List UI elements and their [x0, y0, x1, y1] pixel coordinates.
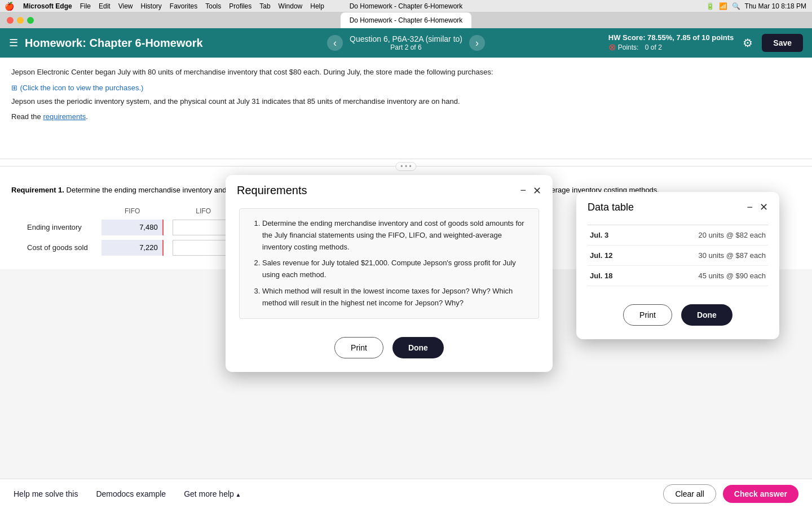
menu-window[interactable]: Window: [279, 2, 303, 10]
points-info: ⊗ Points: 0 of 2: [608, 42, 734, 52]
question-label: Question 6, P6A-32A (similar to): [350, 34, 462, 43]
demodocs-link[interactable]: Demodocs example: [96, 489, 166, 498]
divider-section: • • •: [0, 159, 812, 173]
data-table-controls: − ✕: [747, 201, 768, 213]
homework-label: Homework:: [25, 37, 86, 49]
help-me-solve-link[interactable]: Help me solve this: [14, 489, 78, 498]
menu-items: Microsoft Edge File Edit View History Fa…: [23, 2, 324, 10]
clear-all-button[interactable]: Clear all: [663, 484, 716, 503]
data-table-close-button[interactable]: ✕: [760, 201, 768, 213]
hamburger-menu[interactable]: ☰: [9, 37, 18, 49]
inventory-table: FIFO LIFO Ending inventory Cost of goods…: [23, 205, 239, 258]
modal-minimize-button[interactable]: −: [520, 185, 526, 196]
close-button[interactable]: [7, 17, 14, 24]
menu-favorites[interactable]: Favorites: [170, 2, 197, 10]
battery-icon: 🔋: [706, 2, 714, 10]
table-row: Cost of goods sold: [23, 238, 239, 258]
bottom-right-actions: Clear all Check answer: [663, 484, 798, 503]
menu-edit[interactable]: Edit: [99, 2, 111, 10]
req-item-2: Sales revenue for July totaled $21,000. …: [262, 257, 527, 281]
ending-fifo-cell: [97, 217, 168, 238]
maximize-button[interactable]: [27, 17, 34, 24]
browser-titlebar: Do Homework - Chapter 6-Homework: [0, 12, 812, 28]
main-content: Jepson Electronic Center began July with…: [0, 58, 812, 159]
menu-history[interactable]: History: [141, 2, 162, 10]
data-table-done-button[interactable]: Done: [681, 304, 732, 326]
modal-close-button[interactable]: ✕: [533, 185, 541, 197]
col-fifo: FIFO: [97, 205, 168, 217]
search-icon[interactable]: 🔍: [732, 2, 740, 10]
requirements-modal: Requirements − ✕ Determine the ending me…: [226, 175, 553, 372]
units-2: 30 units @ $87 each: [699, 251, 766, 260]
modal-controls: − ✕: [520, 185, 541, 197]
data-table-print-button[interactable]: Print: [623, 304, 672, 326]
browser-tab[interactable]: Do Homework - Chapter 6-Homework: [341, 12, 472, 28]
app-header: ☰ Homework: Chapter 6-Homework ‹ Questio…: [0, 28, 812, 58]
date-2: Jul. 12: [590, 251, 612, 260]
save-button[interactable]: Save: [762, 34, 803, 52]
menu-file[interactable]: File: [80, 2, 91, 10]
purchases-link[interactable]: (Click the icon to view the purchases.): [20, 84, 143, 92]
date-3: Jul. 18: [590, 271, 612, 280]
prev-question-button[interactable]: ‹: [327, 35, 343, 51]
units-3: 45 units @ $90 each: [699, 271, 766, 280]
read-requirements: Read the requirements.: [11, 111, 801, 122]
menu-tools[interactable]: Tools: [205, 2, 221, 10]
requirements-link[interactable]: requirements: [43, 112, 86, 121]
next-question-button[interactable]: ›: [469, 35, 485, 51]
row-label-cogs: Cost of goods sold: [23, 238, 97, 258]
header-title: Homework: Chapter 6-Homework: [25, 37, 203, 50]
points-x-icon: ⊗: [608, 42, 616, 52]
problem-text-line2: Jepson uses the periodic inventory syste…: [11, 96, 801, 107]
data-table-minimize-button[interactable]: −: [747, 202, 753, 213]
purchases-link-area: ⊞ (Click the icon to view the purchases.…: [11, 82, 801, 93]
req-ordered-list: Determine the ending merchandise invento…: [251, 218, 527, 309]
mac-menubar: 🍎 Microsoft Edge File Edit View History …: [0, 0, 812, 12]
cogs-fifo-input[interactable]: [102, 240, 164, 256]
requirements-print-button[interactable]: Print: [334, 337, 383, 358]
data-row-2: Jul. 12 30 units @ $87 each: [588, 246, 768, 266]
data-table-title: Data table: [588, 202, 634, 213]
ending-fifo-input[interactable]: [102, 220, 164, 235]
get-more-help-link[interactable]: Get more help: [184, 489, 241, 498]
points-value: 0 of 2: [645, 43, 662, 51]
menu-app-name[interactable]: Microsoft Edge: [23, 2, 72, 10]
table-row: Ending inventory: [23, 217, 239, 238]
menu-profiles[interactable]: Profiles: [229, 2, 251, 10]
req-item-3: Which method will result in the lowest i…: [262, 286, 527, 309]
bottom-bar: Help me solve this Demodocs example Get …: [0, 479, 812, 508]
hw-score-value: HW Score: 78.55%, 7.85 of 10 points: [608, 33, 734, 42]
data-row-3: Jul. 18 45 units @ $90 each: [588, 266, 768, 286]
traffic-lights: [7, 17, 34, 24]
data-rows: Jul. 3 20 units @ $82 each Jul. 12 30 un…: [588, 225, 768, 286]
settings-icon[interactable]: ⚙: [743, 36, 753, 50]
chapter-title: Chapter 6-Homework: [89, 37, 202, 49]
check-answer-button[interactable]: Check answer: [723, 485, 798, 503]
points-label: Points:: [618, 43, 639, 51]
menu-tab[interactable]: Tab: [259, 2, 270, 10]
units-1: 20 units @ $82 each: [699, 231, 766, 239]
apple-icon: 🍎: [5, 2, 14, 11]
read-label: Read the: [11, 112, 41, 121]
requirements-done-button[interactable]: Done: [392, 337, 444, 358]
question-nav: ‹ Question 6, P6A-32A (similar to) Part …: [327, 34, 485, 51]
cogs-fifo-cell: [97, 238, 168, 258]
menubar-right: 🔋 📶 🔍 Thu Mar 10 8:18 PM: [706, 2, 806, 10]
hw-score-info: HW Score: 78.55%, 7.85 of 10 points ⊗ Po…: [608, 33, 734, 52]
grid-icon: ⊞: [11, 84, 17, 92]
req-number: Requirement 1.: [11, 186, 64, 194]
date-1: Jul. 3: [590, 231, 608, 239]
modal-body: Determine the ending merchandise invento…: [226, 204, 553, 328]
data-table-footer: Print Done: [576, 295, 779, 339]
modal-title: Requirements: [237, 184, 307, 197]
header-right: HW Score: 78.55%, 7.85 of 10 points ⊗ Po…: [608, 33, 803, 52]
row-label-ending: Ending inventory: [23, 217, 97, 238]
minimize-button[interactable]: [17, 17, 24, 24]
data-table-body: Jul. 3 20 units @ $82 each Jul. 12 30 un…: [576, 220, 779, 295]
time-display: Thu Mar 10 8:18 PM: [745, 2, 806, 10]
menu-help[interactable]: Help: [310, 2, 324, 10]
modal-footer: Print Done: [226, 328, 553, 372]
part-label: Part 2 of 6: [350, 43, 462, 51]
menu-view[interactable]: View: [118, 2, 133, 10]
question-info: Question 6, P6A-32A (similar to) Part 2 …: [350, 34, 462, 51]
